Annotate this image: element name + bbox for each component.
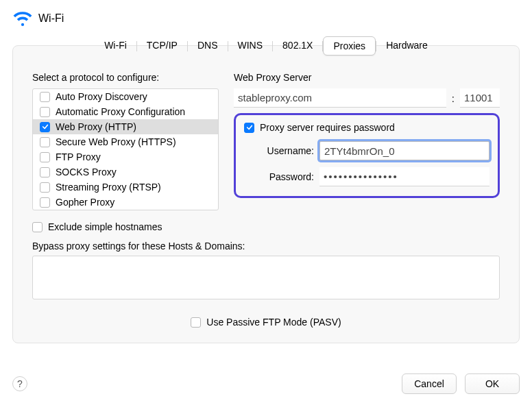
checkbox-icon[interactable] bbox=[40, 167, 50, 177]
protocol-label: FTP Proxy bbox=[56, 151, 101, 162]
checkbox-icon[interactable] bbox=[40, 197, 50, 208]
tab-wins[interactable]: WINS bbox=[228, 36, 273, 56]
protocol-label: Web Proxy (HTTP) bbox=[56, 121, 136, 132]
tab-8021x[interactable]: 802.1X bbox=[273, 36, 322, 56]
protocol-label: Streaming Proxy (RTSP) bbox=[56, 182, 161, 193]
tab-proxies[interactable]: Proxies bbox=[323, 36, 376, 56]
protocol-heading: Select a protocol to configure: bbox=[32, 72, 219, 83]
protocol-ftp[interactable]: FTP Proxy bbox=[33, 149, 218, 164]
auth-required-label: Proxy server requires password bbox=[260, 122, 395, 133]
protocol-auto-discovery[interactable]: Auto Proxy Discovery bbox=[33, 89, 218, 104]
proxy-host-input[interactable] bbox=[234, 88, 446, 108]
checkbox-icon[interactable] bbox=[40, 92, 50, 102]
password-label: Password: bbox=[256, 171, 314, 182]
protocol-label: SOCKS Proxy bbox=[56, 167, 117, 177]
protocol-auto-config[interactable]: Automatic Proxy Configuration bbox=[33, 104, 218, 119]
auth-highlighted-box: Proxy server requires password Username:… bbox=[234, 113, 500, 198]
protocol-rtsp[interactable]: Streaming Proxy (RTSP) bbox=[33, 180, 218, 195]
checkbox-icon[interactable] bbox=[40, 137, 50, 147]
auth-required-checkbox[interactable] bbox=[244, 123, 254, 133]
protocol-label: Gopher Proxy bbox=[56, 197, 114, 208]
bypass-textarea[interactable] bbox=[32, 256, 500, 299]
username-input[interactable] bbox=[319, 141, 489, 160]
protocol-socks[interactable]: SOCKS Proxy bbox=[33, 164, 218, 180]
help-button[interactable]: ? bbox=[12, 376, 27, 391]
exclude-simple-label: Exclude simple hostnames bbox=[48, 221, 162, 232]
protocol-label: Auto Proxy Discovery bbox=[56, 91, 147, 102]
server-heading: Web Proxy Server bbox=[234, 72, 500, 83]
proxies-panel: Select a protocol to configure: Auto Pro… bbox=[12, 45, 520, 343]
protocol-label: Automatic Proxy Configuration bbox=[56, 106, 185, 117]
checkbox-icon[interactable] bbox=[40, 107, 50, 117]
tab-wifi[interactable]: Wi-Fi bbox=[95, 36, 136, 56]
checkbox-icon[interactable] bbox=[40, 152, 50, 162]
cancel-button[interactable]: Cancel bbox=[402, 373, 457, 394]
protocol-web-http[interactable]: Web Proxy (HTTP) bbox=[33, 119, 218, 134]
window-title: Wi-Fi bbox=[38, 12, 64, 25]
tab-hardware[interactable]: Hardware bbox=[376, 36, 437, 56]
tab-dns[interactable]: DNS bbox=[188, 36, 228, 56]
checkbox-checked-icon[interactable] bbox=[40, 122, 50, 132]
wifi-icon bbox=[12, 8, 33, 28]
bypass-heading: Bypass proxy settings for these Hosts & … bbox=[32, 241, 500, 251]
protocol-gopher[interactable]: Gopher Proxy bbox=[33, 195, 218, 210]
checkbox-icon[interactable] bbox=[40, 182, 50, 193]
proxy-port-input[interactable] bbox=[460, 88, 500, 108]
tab-bar: Wi-Fi TCP/IP DNS WINS 802.1X Proxies Har… bbox=[95, 36, 437, 56]
pasv-label: Use Passive FTP Mode (PASV) bbox=[206, 317, 341, 328]
password-input[interactable] bbox=[319, 167, 489, 186]
username-label: Username: bbox=[256, 145, 314, 156]
protocol-web-https[interactable]: Secure Web Proxy (HTTPS) bbox=[33, 134, 218, 149]
exclude-simple-checkbox[interactable] bbox=[32, 222, 43, 232]
pasv-checkbox[interactable] bbox=[191, 317, 201, 328]
tab-tcpip[interactable]: TCP/IP bbox=[137, 36, 187, 56]
protocol-label: Secure Web Proxy (HTTPS) bbox=[56, 136, 176, 147]
ok-button[interactable]: OK bbox=[465, 373, 520, 394]
protocol-list: Auto Proxy Discovery Automatic Proxy Con… bbox=[32, 88, 219, 210]
host-port-separator: : bbox=[452, 93, 455, 104]
